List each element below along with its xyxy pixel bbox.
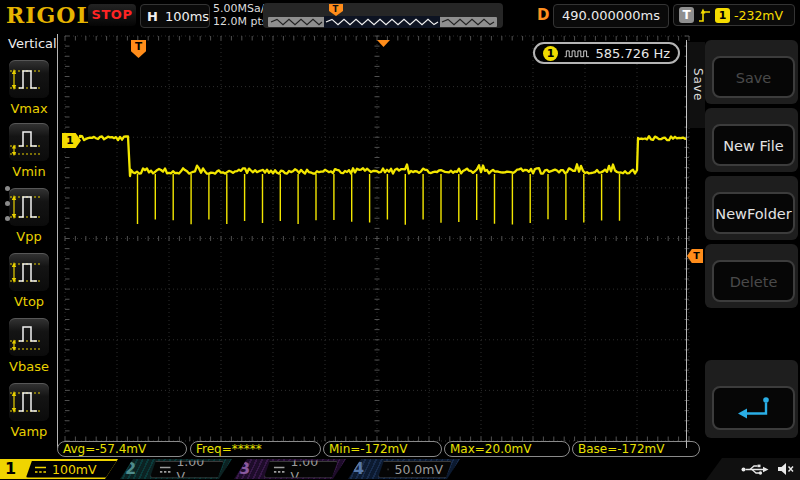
horizontal-center-marker [377,40,390,47]
delete-button[interactable]: Delete [712,260,795,302]
channel-1-number: 1 [5,459,16,479]
memory-position-visual: T [263,3,503,28]
channel-3-scale: 1.00 V [264,461,338,478]
speaker-muted-icon [777,462,794,476]
sidebar-item-vmin[interactable]: Vmin [0,123,58,181]
rising-edge-icon [698,7,711,24]
dc-coupling-icon [34,464,47,475]
measurement-max: Max=20.0mV [444,441,570,457]
grid [65,36,689,441]
vmax-icon [9,64,43,94]
vamp-button[interactable] [9,383,49,421]
trigger-level-marker[interactable]: T [687,249,703,263]
sidebar-item-vmax[interactable]: Vmax [0,60,58,118]
save-button[interactable]: Save [712,56,795,98]
vpp-label: Vpp [0,229,58,244]
oscilloscope-screen: RIGOL STOP H 100ms 5.00MSa/s 12.0M pts T… [0,0,800,480]
sidebar-item-vtop[interactable]: Vtop [0,253,58,311]
sample-rate: 5.00MSa/s [213,2,270,15]
acquisition-info: 5.00MSa/s 12.0M pts [213,2,270,28]
delay-label: D [537,6,549,24]
run-state-badge[interactable]: STOP [88,4,136,26]
delay-value: 490.000000ms [553,4,669,28]
dc-coupling-icon [273,464,285,475]
trigger-source-badge: 1 [715,8,730,23]
vbase-label: Vbase [0,359,58,374]
vamp-label: Vamp [0,424,58,439]
new-file-button[interactable]: New File [712,124,795,166]
trigger-status: T 1 -232mV [673,4,795,26]
trigger-level-value: -232mV [734,8,783,23]
new-folder-button[interactable]: NewFolder [712,192,795,234]
page-dot-1 [5,186,10,191]
usb-icon [740,463,770,476]
ch1-trace [80,136,687,225]
channel-4-status[interactable]: 4 50.0mV [348,459,460,479]
page-dot-3 [5,216,10,221]
counter-channel-badge: 1 [543,46,558,61]
vtop-icon [9,257,43,287]
channel-4-number: 4 [353,459,364,479]
page-dot-2 [5,201,10,206]
measurement-min: Min=-172mV [323,441,442,457]
counter-value: 585.726 Hz [596,46,671,61]
vmax-label: Vmax [0,101,58,116]
graticule [0,0,800,480]
channel-3-status[interactable]: 3 1.00 V [234,459,346,479]
vmax-button[interactable] [9,60,49,98]
sidebar-item-vbase[interactable]: Vbase [0,318,58,376]
memory-position-bar[interactable]: T [263,3,503,28]
vtop-label: Vtop [0,294,58,309]
back-button[interactable] [712,386,795,430]
square-wave-icon [564,47,590,60]
measurement-avg: Avg=-57.4mV [57,441,187,457]
return-arrow-icon [735,395,773,421]
vbase-button[interactable] [9,318,49,356]
menu-title-vertical: Vertical [8,36,57,51]
vamp-icon [9,387,43,417]
vtop-button[interactable] [9,253,49,291]
channel-4-scale: 50.0mV [378,461,452,478]
channel-1-status[interactable]: 1 100mV [0,459,118,479]
frequency-counter: 1 585.726 Hz [533,42,680,64]
channel-2-number: 2 [125,459,136,479]
h-label: H [147,9,158,24]
channel-1-scale: 100mV [26,461,124,478]
vmin-button[interactable] [9,123,49,161]
measurement-freq: Freq=***** [190,441,321,457]
memory-depth: 12.0M pts [213,15,270,28]
trigger-label: T [679,7,694,23]
rigol-logo: RIGOL [6,2,93,28]
vmin-icon [9,127,43,157]
channel-2-scale: 1.00 V [150,461,224,478]
status-icons-panel [706,458,800,480]
sidebar-item-vamp[interactable]: Vamp [0,383,58,441]
measurement-base: Base=-172mV [572,441,700,457]
menu-tab-save: Save [686,42,705,128]
svg-text:T: T [333,4,339,14]
vpp-icon [9,192,43,222]
vpp-button[interactable] [9,188,49,226]
horizontal-timebase: H 100ms [140,4,210,28]
vmin-label: Vmin [0,164,58,179]
dc-coupling-icon [159,464,171,475]
channel-2-status[interactable]: 2 1.00 V [120,459,232,479]
trigger-position-flag[interactable]: T [131,40,146,58]
vbase-icon [9,322,43,352]
channel-3-number: 3 [239,459,250,479]
channel-1-level-marker[interactable]: 1 [62,133,81,148]
dc-coupling-icon [387,464,389,475]
timebase-value: 100ms [165,9,209,24]
